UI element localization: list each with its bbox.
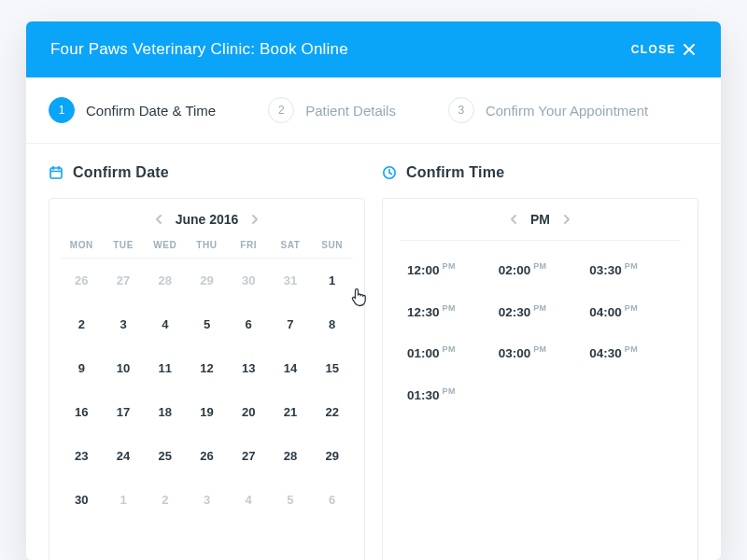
calendar-day[interactable]: 31 (270, 259, 312, 302)
calendar-day[interactable]: 28 (270, 434, 312, 478)
calendar-day[interactable]: 19 (186, 390, 228, 434)
calendar-day[interactable]: 9 (61, 346, 103, 390)
calendar-day[interactable]: 16 (61, 390, 103, 434)
time-slot[interactable]: 04:30PM (589, 344, 638, 360)
next-period-button[interactable] (559, 212, 574, 227)
calendar-day[interactable]: 26 (186, 434, 228, 478)
step-3[interactable]: 3 Confirm Your Appointment (448, 97, 648, 123)
calendar-day[interactable]: 28 (144, 259, 186, 302)
calendar-day[interactable]: 7 (270, 302, 312, 346)
dow-label: WED (144, 240, 186, 250)
time-slot[interactable]: 12:30PM (407, 303, 456, 319)
calendar-day[interactable]: 18 (144, 390, 186, 434)
time-slot[interactable]: 03:00PM (499, 344, 547, 360)
calendar-day[interactable]: 11 (144, 346, 186, 390)
calendar-day[interactable]: 24 (103, 434, 145, 478)
time-section-label: Confirm Time (406, 164, 504, 181)
calendar-day[interactable]: 26 (61, 259, 103, 302)
time-slot[interactable]: 02:00PM (499, 261, 547, 277)
close-label: CLOSE (631, 43, 676, 56)
calendar-day[interactable]: 10 (103, 346, 145, 390)
dow-label: SAT (270, 240, 312, 250)
progress-steps: 1 Confirm Date & Time 2 Patient Details … (26, 77, 721, 144)
calendar-day[interactable]: 23 (61, 434, 103, 478)
booking-modal: Four Paws Veterinary Clinic: Book Online… (26, 21, 721, 560)
calendar-day[interactable]: 21 (270, 390, 312, 434)
dow-label: MON (61, 240, 103, 250)
date-column: Confirm Date June 2016 MON TUE WED THU (49, 164, 365, 560)
modal-title: Four Paws Veterinary Clinic: Book Online (50, 40, 348, 59)
calendar-day[interactable]: 25 (144, 434, 186, 478)
calendar-day[interactable]: 4 (144, 302, 186, 346)
prev-month-button[interactable] (151, 212, 166, 227)
calendar-day[interactable]: 2 (61, 302, 103, 346)
prev-period-button[interactable] (506, 212, 521, 227)
time-slot[interactable]: 12:00PM (407, 261, 456, 277)
step-2[interactable]: 2 Patient Details (268, 97, 396, 123)
calendar-day[interactable]: 5 (186, 302, 228, 346)
calendar-grid: 2627282930311234567891011121314151617181… (61, 259, 353, 522)
modal-body: Confirm Date June 2016 MON TUE WED THU (26, 144, 721, 560)
time-slot[interactable]: 03:30PM (589, 261, 638, 277)
calendar-day[interactable]: 3 (186, 478, 228, 522)
calendar-day[interactable]: 12 (186, 346, 228, 390)
close-icon (682, 42, 697, 57)
calendar-day[interactable]: 29 (186, 259, 228, 302)
calendar-day[interactable]: 14 (270, 346, 312, 390)
time-slot-grid: 12:00PM02:00PM03:30PM12:30PM02:30PM04:00… (394, 261, 686, 401)
date-section-label: Confirm Date (73, 164, 169, 181)
calendar-day[interactable]: 6 (228, 302, 270, 346)
calendar-day[interactable]: 13 (228, 346, 270, 390)
calendar-day[interactable]: 5 (270, 478, 312, 522)
calendar-day[interactable]: 15 (311, 346, 353, 390)
period-nav: PM (394, 212, 686, 227)
time-slot[interactable]: 04:00PM (589, 303, 638, 319)
calendar-day[interactable]: 6 (311, 478, 353, 522)
month-label: June 2016 (176, 212, 239, 227)
step-1[interactable]: 1 Confirm Date & Time (49, 97, 216, 123)
period-label: PM (530, 212, 550, 227)
divider (400, 240, 681, 241)
time-slot[interactable]: 01:00PM (407, 344, 456, 360)
step-number: 1 (49, 97, 75, 123)
calendar-day[interactable]: 8 (311, 302, 353, 346)
calendar-day[interactable]: 30 (61, 478, 103, 522)
dow-label: TUE (103, 240, 145, 250)
calendar-day[interactable]: 17 (103, 390, 145, 434)
calendar-card: June 2016 MON TUE WED THU FRI SAT SUN 26… (49, 198, 365, 560)
next-month-button[interactable] (247, 212, 262, 227)
calendar-day[interactable]: 1 (103, 478, 145, 522)
dow-label: SUN (311, 240, 353, 250)
calendar-day[interactable]: 30 (228, 259, 270, 302)
step-label: Confirm Your Appointment (486, 103, 648, 119)
calendar-day[interactable]: 22 (311, 390, 353, 434)
step-label: Patient Details (305, 103, 396, 119)
calendar-day[interactable]: 29 (311, 434, 353, 478)
date-section-title: Confirm Date (49, 164, 365, 181)
time-card: PM 12:00PM02:00PM03:30PM12:30PM02:30PM04… (382, 198, 698, 560)
time-section-title: Confirm Time (382, 164, 698, 181)
calendar-day[interactable]: 27 (228, 434, 270, 478)
step-number: 2 (268, 97, 294, 123)
step-label: Confirm Date & Time (86, 103, 216, 119)
dow-label: THU (186, 240, 228, 250)
calendar-day[interactable]: 2 (144, 478, 186, 522)
calendar-day[interactable]: 4 (228, 478, 270, 522)
close-button[interactable]: CLOSE (631, 42, 697, 57)
time-slot[interactable]: 01:30PM (407, 386, 456, 402)
calendar-day[interactable]: 20 (228, 390, 270, 434)
calendar-day[interactable]: 3 (103, 302, 145, 346)
month-nav: June 2016 (61, 212, 353, 227)
time-slot[interactable]: 02:30PM (499, 303, 547, 319)
svg-rect-0 (50, 168, 62, 178)
calendar-day[interactable]: 27 (103, 259, 145, 302)
step-number: 3 (448, 97, 474, 123)
clock-icon (382, 165, 397, 180)
dow-label: FRI (228, 240, 270, 250)
day-of-week-header: MON TUE WED THU FRI SAT SUN (61, 240, 353, 259)
calendar-icon (49, 165, 63, 180)
calendar-day[interactable]: 1 (311, 259, 353, 302)
modal-header: Four Paws Veterinary Clinic: Book Online… (26, 21, 721, 77)
time-column: Confirm Time PM 12:00PM02:00PM03:30PM12:… (382, 164, 698, 560)
